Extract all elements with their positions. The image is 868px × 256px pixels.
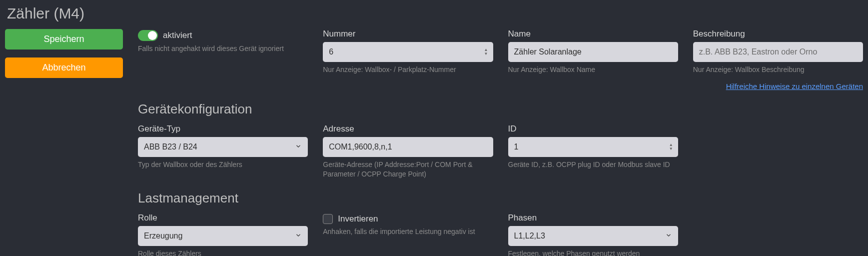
activated-help: Falls nicht angehakt wird dieses Gerät i…	[138, 44, 308, 54]
role-select[interactable]	[138, 226, 308, 246]
address-input[interactable]	[323, 137, 493, 157]
page-title-sub: (M4)	[53, 5, 84, 22]
id-input[interactable]	[508, 137, 678, 157]
address-label: Adresse	[323, 124, 493, 134]
address-help: Geräte-Adresse (IP Addresse:Port / COM P…	[323, 160, 493, 180]
activated-label: aktiviert	[163, 30, 192, 40]
invert-checkbox[interactable]	[323, 214, 333, 224]
name-help: Nur Anzeige: Wallbox Name	[508, 65, 678, 75]
number-help: Nur Anzeige: Wallbox- / Parkplatz-Nummer	[323, 65, 493, 75]
name-input[interactable]	[508, 42, 678, 62]
number-input[interactable]	[323, 42, 493, 62]
page-title: Zähler (M4)	[7, 5, 863, 22]
page-title-main: Zähler	[7, 5, 49, 22]
phases-label: Phasen	[508, 213, 678, 223]
invert-label: Invertieren	[338, 214, 378, 224]
description-help: Nur Anzeige: Wallbox Beschreibung	[693, 65, 863, 75]
activated-toggle[interactable]	[138, 30, 158, 41]
device-type-select[interactable]	[138, 137, 308, 157]
invert-help: Anhaken, falls die importierte Leistung …	[323, 227, 493, 237]
device-type-label: Geräte-Typ	[138, 124, 308, 134]
role-help: Rolle dieses Zählers	[138, 249, 308, 256]
number-label: Nummer	[323, 29, 493, 39]
section-load-management: Lastmanagement	[138, 190, 863, 206]
description-label: Beschreibung	[693, 29, 863, 39]
section-device-config: Gerätekonfiguration	[138, 102, 863, 117]
device-type-help: Typ der Wallbox oder des Zählers	[138, 160, 308, 170]
cancel-button[interactable]: Abbrechen	[5, 58, 123, 78]
role-label: Rolle	[138, 213, 308, 223]
id-help: Geräte ID, z.B. OCPP plug ID oder Modbus…	[508, 160, 678, 170]
phases-help: Festlegen, welche Phasen genutzt werden	[508, 249, 678, 256]
id-label: ID	[508, 124, 678, 134]
description-input[interactable]	[693, 42, 863, 62]
save-button[interactable]: Speichern	[5, 29, 123, 50]
device-hints-link[interactable]: Hilfreiche Hinweise zu einzelnen Geräten	[726, 82, 863, 90]
phases-select[interactable]	[508, 226, 678, 246]
name-label: Name	[508, 29, 678, 39]
